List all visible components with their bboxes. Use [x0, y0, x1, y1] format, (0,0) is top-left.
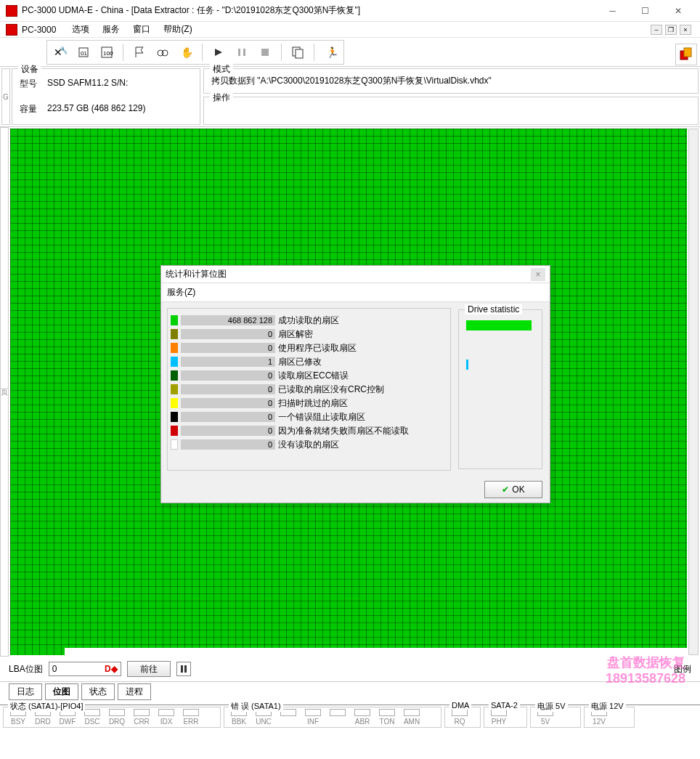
status-panels: 状态 (SATA1)-[PIO4] BSYDRDDWFDSCDRQCRRIDXE… [0, 705, 700, 729]
drive-stat-tick [466, 360, 468, 370]
status-legend: 状态 (SATA1)-[PIO4] [8, 701, 85, 712]
svg-point-7 [162, 50, 168, 56]
stat-color-swatch [171, 315, 178, 325]
drive-statistic-fieldset: Drive statistic [458, 309, 542, 469]
tabs-bar: 日志 位图 状态 进程 [0, 681, 700, 702]
minimize-button[interactable]: ─ [596, 1, 629, 21]
tool-pause-icon[interactable] [232, 42, 252, 62]
status-legend: SATA-2 [489, 701, 520, 710]
watermark-text: 盘首数据恢复 [606, 654, 685, 671]
stat-color-swatch [171, 426, 178, 436]
close-button[interactable]: ✕ [662, 1, 694, 21]
mdi-close-button[interactable]: × [680, 25, 691, 35]
svg-text:🏃: 🏃 [326, 46, 337, 59]
lba-label: LBA位图 [9, 663, 43, 675]
dialog-close-button[interactable]: × [531, 268, 545, 281]
lba-pause-button[interactable] [176, 662, 191, 676]
stat-label: 一个错误阻止读取扇区 [278, 411, 365, 423]
stat-color-swatch [171, 329, 178, 339]
lba-go-button[interactable]: 前往 [127, 661, 171, 677]
ok-button[interactable]: ✔ OK [484, 481, 542, 498]
stat-value: 0 [181, 343, 275, 353]
lba-input[interactable]: 0 D◆ [49, 662, 121, 676]
stat-value: 1 [181, 357, 275, 367]
stat-label: 读取扇区ECC错误 [278, 370, 349, 382]
stat-value: 0 [181, 439, 275, 450]
mdi-restore-button[interactable]: ❐ [665, 25, 677, 35]
tab-log[interactable]: 日志 [9, 683, 42, 700]
model-value: SSD SAFM11.2 S/N: [47, 78, 128, 90]
tab-status[interactable]: 状态 [81, 683, 115, 700]
svg-text:100%: 100% [103, 50, 113, 57]
stat-value: 0 [181, 412, 275, 422]
tool-binoculars-icon[interactable] [152, 42, 173, 62]
capacity-value: 223.57 GB (468 862 129) [47, 103, 145, 115]
stat-label: 扫描时跳过的扇区 [278, 397, 348, 410]
menu-options[interactable]: 选项 [66, 22, 95, 37]
svg-rect-9 [238, 49, 240, 56]
tool-play-icon[interactable] [208, 42, 229, 62]
titlebar: PC-3000 UDMA-E - China - [Data Extractor… [0, 0, 700, 22]
menubar: PC-3000 选项 服务 窗口 帮助(Z) – ❐ × [0, 22, 700, 38]
menu-services[interactable]: 服务 [97, 22, 126, 37]
menu-window[interactable]: 窗口 [127, 22, 156, 37]
left-ruler: 页 [0, 127, 9, 657]
menu-app-icon [6, 24, 17, 36]
stat-value: 0 [181, 426, 275, 436]
tool-walk-icon[interactable]: 🏃 [320, 42, 341, 62]
tool-hand-icon[interactable]: ✋ [176, 42, 196, 62]
svg-rect-18 [184, 665, 187, 673]
stat-value: 0 [181, 329, 275, 339]
tab-process[interactable]: 进程 [118, 683, 151, 700]
stat-value: 468 862 128 [181, 315, 275, 325]
status-legend: 电源 12V [589, 701, 626, 712]
status-group-dma: DMA RQ [444, 707, 481, 728]
stat-color-swatch [171, 439, 178, 450]
tool-settings-icon[interactable]: ✕🔧 [50, 42, 70, 62]
stat-label: 没有读取的扇区 [278, 439, 339, 451]
tool-chip-icon[interactable]: 01 [73, 42, 94, 62]
left-gutter: G [1, 68, 10, 125]
stat-row: 468 862 128成功读取的扇区 [171, 314, 447, 327]
stat-row: 0已读取的扇区没有CRC控制 [171, 383, 447, 396]
stat-color-swatch [171, 384, 178, 394]
status-legend: 电源 5V [535, 701, 568, 712]
stat-row: 0因为准备就绪失败而扇区不能读取 [171, 424, 447, 437]
operation-legend: 操作 [210, 92, 233, 104]
menu-app-name: PC-3000 [22, 25, 56, 35]
svg-rect-10 [243, 49, 245, 56]
maximize-button[interactable]: ☐ [629, 1, 662, 21]
mdi-minimize-button[interactable]: – [651, 25, 662, 35]
window-title: PC-3000 UDMA-E - China - [Data Extractor… [22, 4, 360, 17]
lba-value: 0 [52, 664, 57, 674]
stat-row: 1扇区已修改 [171, 355, 447, 368]
svg-text:01: 01 [81, 50, 87, 57]
stat-value: 0 [181, 384, 275, 394]
mode-value: 拷贝数据到 "A:\PC3000\20191028东芝Q300第N手恢复\Vir… [211, 76, 492, 86]
stat-label: 成功读取的扇区 [278, 314, 339, 327]
stat-color-swatch [171, 370, 178, 381]
svg-rect-17 [181, 665, 183, 673]
side-tool-drive-icon[interactable] [675, 44, 697, 65]
tool-copy-icon[interactable] [288, 42, 308, 62]
tool-percent-icon[interactable]: 100% [97, 42, 117, 62]
stat-row: 0扫描时跳过的扇区 [171, 397, 447, 410]
dialog-title: 统计和计算位图 [166, 268, 227, 280]
mode-fieldset: 模式 拷贝数据到 "A:\PC3000\20191028东芝Q300第N手恢复\… [203, 68, 699, 94]
tool-flag-icon[interactable] [129, 42, 150, 62]
stat-label: 扇区已修改 [278, 356, 322, 368]
stat-row: 0读取扇区ECC错误 [171, 369, 447, 382]
tool-stop-icon[interactable] [255, 42, 275, 62]
model-label: 型号 [20, 78, 41, 90]
lba-marker-icon: D◆ [105, 664, 118, 674]
vertical-scrollbar[interactable] [688, 129, 699, 655]
dialog-menu-services[interactable]: 服务(Z) [167, 287, 195, 297]
svg-text:✋: ✋ [181, 46, 192, 59]
tab-bitmap[interactable]: 位图 [45, 683, 78, 700]
mode-legend: 模式 [210, 63, 233, 76]
statistics-dialog: 统计和计算位图 × 服务(Z) 468 862 128成功读取的扇区 0扇区解密… [160, 265, 550, 503]
led-TON: TON [375, 709, 399, 726]
check-icon: ✔ [502, 484, 509, 495]
menu-help[interactable]: 帮助(Z) [158, 22, 198, 37]
stat-row: 0扇区解密 [171, 328, 447, 341]
